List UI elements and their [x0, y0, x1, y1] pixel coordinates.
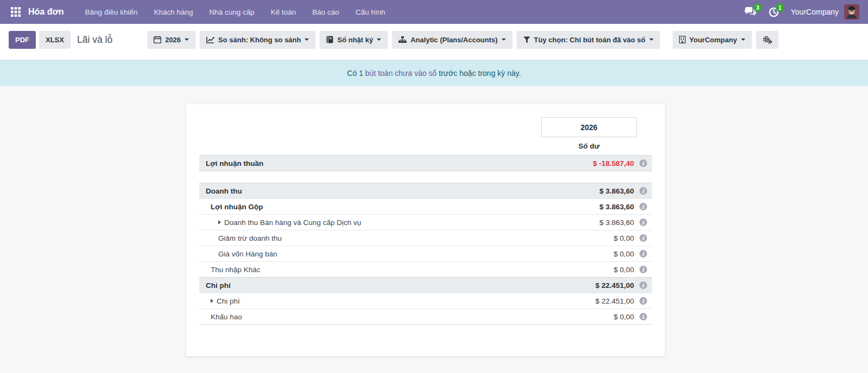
report-rows: Lợi nhuận thuần$ -18.587,40iDoanh thu$ 3… [199, 155, 652, 325]
report-row[interactable]: Lợi nhuận thuần$ -18.587,40i [199, 155, 652, 171]
report-row[interactable]: Khấu hao$ 0,00i [199, 308, 652, 324]
control-panel: PDF XLSX Lãi và lỗ 2026 So sánh: Không s… [0, 24, 868, 55]
info-icon[interactable]: i [639, 313, 647, 320]
chevron-down-icon [185, 38, 189, 41]
info-icon[interactable]: i [639, 297, 647, 305]
report-row[interactable]: Doanh thu$ 3.863,60i [199, 183, 652, 198]
info-icon[interactable]: i [639, 266, 647, 273]
row-label: Khấu hao [211, 313, 242, 321]
messages-icon[interactable]: 3 [745, 7, 757, 17]
content-area: 2026 Số dư Lợi nhuận thuần$ -18.587,40iD… [0, 86, 868, 356]
top-navbar: Hóa đơn Bảng điều khiển Khách hàng Nhà c… [0, 0, 868, 24]
messages-badge: 3 [753, 3, 762, 12]
company-filter-button[interactable]: YourCompany [673, 31, 752, 49]
row-label: Chi phí [206, 281, 231, 290]
report-title: Lãi và lỗ [77, 34, 112, 46]
comparison-filter-label: So sánh: Không so sánh [218, 36, 301, 44]
analytic-filter-button[interactable]: Analytic (Plans/Accounts) [392, 31, 512, 49]
report-row[interactable]: Chi phí$ 22.451,00i [199, 277, 652, 293]
row-value: $ 22.451,00 [595, 297, 634, 305]
options-filter-label: Tùy chọn: Chỉ bút toán đã vào sổ [534, 36, 645, 44]
nav-item-reporting[interactable]: Báo cáo [305, 5, 346, 20]
nav-item-configuration[interactable]: Cấu hình [349, 5, 392, 20]
chevron-down-icon [305, 38, 309, 41]
cogs-icon [763, 36, 772, 44]
unposted-entries-banner: Có 1 bút toán chưa vào sổ trước hoặc tro… [0, 60, 868, 86]
company-name: YourCompany [791, 8, 839, 16]
banner-wrap: Có 1 bút toán chưa vào sổ trước hoặc tro… [0, 55, 868, 86]
sitemap-icon [398, 36, 407, 43]
info-icon[interactable]: i [639, 203, 647, 210]
row-label: Doanh thu [206, 187, 242, 195]
row-value: $ 22.451,00 [595, 281, 634, 290]
info-icon[interactable]: i [639, 159, 647, 167]
chevron-down-icon [741, 38, 745, 41]
row-value: $ -18.587,40 [593, 159, 634, 168]
report-row[interactable]: Doanh thu Bán hàng và Cung cấp Dịch vụ$ … [199, 214, 652, 230]
activities-badge: 1 [776, 3, 784, 12]
row-value: $ 3.863,60 [599, 218, 634, 227]
settings-gear-button[interactable] [756, 31, 778, 49]
export-xlsx-button[interactable]: XLSX [39, 31, 71, 49]
expand-caret-icon[interactable] [211, 299, 213, 303]
chart-line-icon [206, 36, 214, 43]
info-icon[interactable]: i [639, 218, 647, 226]
row-value: $ 0,00 [613, 266, 634, 274]
main-menu: Bảng điều khiển Khách hàng Nhà cung cấp … [78, 5, 392, 20]
journals-filter-button[interactable]: Sổ nhật ký [320, 31, 388, 49]
report-row[interactable]: Chi phí$ 22.451,00i [199, 293, 652, 308]
info-icon[interactable]: i [639, 187, 647, 195]
info-icon[interactable]: i [639, 281, 647, 289]
comparison-filter-button[interactable]: So sánh: Không so sánh [200, 31, 315, 49]
nav-item-customers[interactable]: Khách hàng [147, 5, 200, 20]
activities-icon[interactable]: 1 [769, 7, 779, 17]
nav-item-dashboard[interactable]: Bảng điều khiển [78, 5, 145, 20]
chevron-down-icon [377, 38, 381, 41]
user-menu[interactable]: YourCompany [791, 4, 859, 20]
expand-caret-icon[interactable] [218, 220, 221, 224]
row-spacer [199, 171, 652, 183]
nav-item-vendors[interactable]: Nhà cung cấp [202, 5, 261, 20]
export-pdf-button[interactable]: PDF [9, 31, 36, 49]
row-label: Lợi nhuận Gộp [211, 203, 263, 211]
date-filter-button[interactable]: 2026 [147, 31, 195, 49]
row-label: Giá vốn Hàng bán [218, 250, 277, 258]
company-filter-label: YourCompany [689, 36, 737, 44]
building-icon [679, 36, 686, 43]
row-label: Lợi nhuận thuần [206, 159, 263, 168]
period-header: 2026 [541, 117, 637, 137]
row-label: Thu nhập Khác [211, 266, 261, 274]
chevron-down-icon [502, 38, 506, 41]
row-value: $ 3.863,60 [599, 203, 634, 211]
report-row[interactable]: Giảm trừ doanh thu$ 0,00i [199, 230, 652, 246]
chevron-down-icon [649, 38, 654, 41]
report-card: 2026 Số dư Lợi nhuận thuần$ -18.587,40iD… [186, 104, 665, 356]
report-row[interactable]: Lợi nhuận Gộp$ 3.863,60i [199, 198, 652, 214]
row-label[interactable]: Doanh thu Bán hàng và Cung cấp Dịch vụ [224, 218, 361, 227]
row-value: $ 0,00 [613, 250, 634, 258]
apps-grid-icon[interactable] [9, 5, 23, 19]
filter-bar: 2026 So sánh: Không so sánh Sổ nhật ký A… [147, 31, 778, 49]
info-icon[interactable]: i [639, 234, 647, 242]
row-value: $ 0,00 [613, 234, 634, 242]
report-row[interactable]: Giá vốn Hàng bán$ 0,00i [199, 246, 652, 261]
row-label: Giảm trừ doanh thu [218, 234, 282, 242]
nav-item-accounting[interactable]: Kế toán [264, 5, 303, 20]
calendar-icon [154, 36, 161, 43]
date-filter-label: 2026 [165, 36, 181, 44]
balance-column-header: Số dư [541, 142, 637, 150]
info-icon[interactable]: i [639, 250, 647, 258]
row-value: $ 3.863,60 [599, 187, 634, 195]
report-row[interactable]: Thu nhập Khác$ 0,00i [199, 261, 652, 277]
row-value: $ 0,00 [613, 313, 634, 321]
banner-text-suffix: trước hoặc trong kỳ này. [436, 69, 521, 78]
analytic-filter-label: Analytic (Plans/Accounts) [410, 36, 497, 44]
journals-filter-label: Sổ nhật ký [337, 36, 373, 44]
options-filter-button[interactable]: Tùy chọn: Chỉ bút toán đã vào sổ [517, 31, 660, 49]
row-label[interactable]: Chi phí [217, 297, 240, 305]
journal-book-icon [326, 36, 333, 43]
funnel-filter-icon [523, 36, 530, 43]
avatar [844, 4, 859, 20]
app-name[interactable]: Hóa đơn [28, 7, 64, 17]
unposted-entries-link[interactable]: bút toán chưa vào sổ [365, 69, 437, 78]
